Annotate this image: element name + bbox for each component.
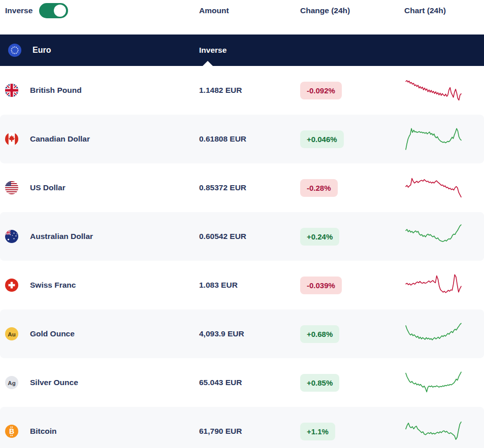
inverse-toggle-label: Inverse [5,6,33,15]
change-badge: +0.24% [300,228,339,246]
gb-flag-icon [5,84,18,97]
change-badge: -0.039% [300,277,342,294]
currency-name: Canadian Dollar [30,134,90,144]
change-badge: -0.092% [300,82,342,99]
change-badge: +1.1% [300,423,335,440]
caret-up-icon [203,61,213,66]
change-badge: +0.68% [300,325,339,343]
currency-name: Bitcoin [30,427,57,436]
amount-value: 0.85372 EUR [199,183,246,192]
table-row[interactable]: British Pound 1.1482 EUR -0.092% [0,66,484,115]
column-header-change: Change (24h) [300,6,350,15]
sparkline-chart [404,77,463,104]
sparkline-chart [404,272,463,298]
au-flag-icon [5,230,18,243]
amount-value: 0.60542 EUR [199,232,246,240]
table-column-header: Inverse Amount Change (24h) Chart (24h) [0,0,484,35]
toggle-knob-icon [54,5,66,17]
base-currency-bar: Euro Inverse [0,35,484,66]
change-badge: +0.85% [300,374,339,392]
currency-name: Silver Ounce [30,378,78,387]
column-header-amount: Amount [199,6,229,15]
currency-rates-table: Inverse Amount Change (24h) Chart (24h) [0,0,484,448]
table-row[interactable]: Australian Dollar 0.60542 EUR +0.24% [0,212,484,261]
change-badge: -0.28% [300,179,338,197]
table-row[interactable]: Swiss Franc 1.083 EUR -0.039% [0,261,484,309]
sparkline-chart [404,175,463,201]
currency-name: Australian Dollar [30,232,93,241]
base-currency-name: Euro [33,46,51,55]
bitcoin-icon: B [5,425,18,438]
change-badge: +0.046% [300,130,344,148]
table-row[interactable]: US Dollar 0.85372 EUR -0.28% [0,163,484,212]
amount-value: 65.043 EUR [199,378,242,387]
column-header-chart: Chart (24h) [404,6,446,15]
us-flag-icon [5,181,18,194]
base-amount-label: Inverse [199,46,227,54]
gold-au-icon: Au [5,327,18,340]
currency-name: Gold Ounce [30,329,75,338]
amount-value: 1.1482 EUR [199,86,242,94]
amount-value: 1.083 EUR [199,281,238,289]
svg-text:Ag: Ag [8,380,15,386]
table-row[interactable]: Ag Silver Ounce 65.043 EUR +0.85% [0,358,484,407]
svg-text:Au: Au [8,331,15,337]
table-row[interactable]: Au Gold Ounce 4,093.9 EUR +0.68% [0,309,484,358]
amount-value: 0.61808 EUR [199,134,246,143]
amount-value: 4,093.9 EUR [199,329,244,338]
silver-ag-icon: Ag [5,376,18,389]
currency-name: US Dollar [30,183,66,192]
sparkline-chart [404,126,463,152]
sparkline-chart [404,369,463,396]
currency-name: British Pound [30,86,82,95]
table-row[interactable]: B Bitcoin 61,790 EUR +1.1% [0,407,484,448]
sparkline-chart [404,418,463,444]
inverse-toggle[interactable] [39,3,68,18]
eu-flag-icon [8,44,21,57]
svg-text:B: B [9,427,14,435]
ca-flag-icon [5,132,18,146]
amount-value: 61,790 EUR [199,427,242,435]
sparkline-chart [404,321,463,347]
table-row[interactable]: Canadian Dollar 0.61808 EUR +0.046% [0,115,484,163]
sparkline-chart [404,223,463,250]
ch-flag-icon [5,279,18,292]
currency-name: Swiss Franc [30,281,76,290]
